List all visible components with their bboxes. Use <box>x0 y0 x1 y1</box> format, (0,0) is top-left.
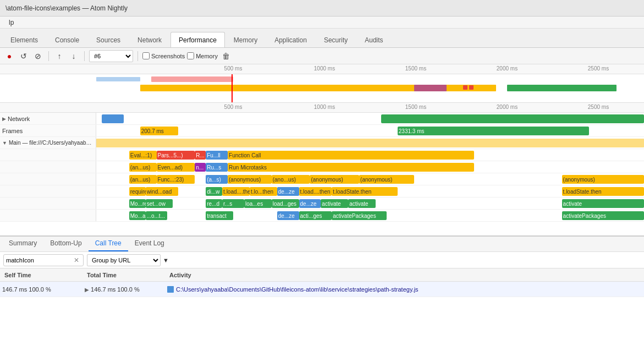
tab-call-tree[interactable]: Call Tree <box>89 236 128 251</box>
tab-console[interactable]: Console <box>47 32 87 47</box>
block-deze1[interactable]: de...ze <box>277 187 299 196</box>
block-func23[interactable]: Func...:23) <box>157 175 195 184</box>
menu-item-help[interactable]: lp <box>4 19 18 26</box>
table-row[interactable]: 146.7 ms 100.0 % ▶ 146.7 ms 100.0 % C:\U… <box>0 282 644 297</box>
group-by-dropdown-icon: ▼ <box>163 257 169 264</box>
block-run-microtasks[interactable]: Run Microtasks <box>228 163 474 172</box>
tab-bottom-up[interactable]: Bottom-Up <box>43 236 88 251</box>
flame-row-4: require wind...oad di...w t.load....then… <box>0 185 644 198</box>
block-activatePkgs2[interactable]: activatePackages <box>562 211 644 220</box>
tab-network[interactable]: Network <box>129 32 170 47</box>
tab-performance[interactable]: Performance <box>170 32 225 47</box>
trash-button[interactable]: 🗑 <box>220 51 232 62</box>
block-loaes[interactable]: loa...es <box>244 199 272 208</box>
flame-label-network[interactable]: ▶ Network <box>0 113 96 124</box>
block-red[interactable]: re...d <box>206 199 222 208</box>
block-transact[interactable]: transact <box>206 211 233 220</box>
block-deze2[interactable]: de...ze <box>299 199 321 208</box>
bottom-panel: Summary Bottom-Up Call Tree Event Log ✕ … <box>0 235 644 351</box>
flame-content-row6: Mo...ad ...o...t... transact de...ze act… <box>96 210 644 221</box>
flame-content-row4: require wind...oad di...w t.load....then… <box>96 185 644 197</box>
block-tloadstate2[interactable]: t.loadState.then <box>562 187 644 196</box>
block-more[interactable]: Mo...re <box>129 199 146 208</box>
block-windload[interactable]: wind...oad <box>146 187 179 196</box>
block-activate2[interactable]: activate <box>348 199 376 208</box>
tab-security[interactable]: Security <box>316 32 356 47</box>
block-rs[interactable]: r...s <box>222 199 244 208</box>
header-activity[interactable]: Activity <box>167 272 642 278</box>
block-deze3[interactable]: de...ze <box>277 211 299 220</box>
frames-block-1[interactable]: 200.7 ms <box>140 127 179 135</box>
block-anon3[interactable]: (anonymous) <box>310 175 359 184</box>
group-by-select[interactable]: Group by URL Group by Domain Group by Su… <box>87 254 161 266</box>
block-anus1[interactable]: (an...us) <box>129 163 157 172</box>
toolbar-separator-3 <box>137 51 138 61</box>
main-arrow: ▼ <box>2 140 7 146</box>
frames-block-2[interactable]: 2331.3 ms <box>398 127 590 135</box>
block-tload1[interactable]: t.load....then <box>222 187 250 196</box>
expand-arrow[interactable]: ▶ <box>85 287 89 293</box>
block-activatePkgs1[interactable]: activatePackages <box>332 211 387 220</box>
block-moad[interactable]: Mo...ad <box>129 211 146 220</box>
block-full[interactable]: Fu...ll <box>206 151 228 160</box>
screenshots-checkbox-label: Screenshots <box>142 52 185 59</box>
block-tlo[interactable]: t.lo...then <box>250 187 277 196</box>
block-setow[interactable]: set...ow <box>146 199 173 208</box>
block-eval[interactable]: Eval...:1) <box>129 151 157 160</box>
block-activate3[interactable]: activate <box>562 199 644 208</box>
header-total-time[interactable]: Total Time <box>85 272 167 278</box>
block-tloadstate1[interactable]: t.loadState.then <box>332 187 398 196</box>
block-diw[interactable]: di...w <box>206 187 222 196</box>
flame-content-frames: 200.7 ms 2331.3 ms <box>96 125 644 136</box>
profile-select[interactable]: #6 <box>89 50 133 62</box>
block-even[interactable]: Even...ad) <box>157 163 195 172</box>
overview-ruler[interactable]: 500 ms 1000 ms 1500 ms 2000 ms 2500 ms <box>0 64 644 103</box>
flame-content-row5: Mo...re set...ow re...d r...s loa...es l… <box>96 198 644 209</box>
network-label-text: Network <box>8 116 30 122</box>
clear-button[interactable]: ⊘ <box>32 50 44 62</box>
refresh-record-button[interactable]: ↺ <box>18 50 30 62</box>
record-button[interactable]: ● <box>3 50 15 62</box>
search-clear-button[interactable]: ✕ <box>72 256 81 265</box>
block-anon5[interactable]: (anonymous) <box>562 175 644 184</box>
tab-elements[interactable]: Elements <box>2 32 46 47</box>
tab-event-log[interactable]: Event Log <box>128 236 171 251</box>
tab-application[interactable]: Application <box>266 32 315 47</box>
network-block-1[interactable] <box>102 114 124 123</box>
block-function-call[interactable]: Function Call <box>228 151 474 160</box>
block-tload2[interactable]: t.load....then <box>299 187 332 196</box>
call-tree-header: Self Time Total Time Activity <box>0 268 644 282</box>
header-self-time[interactable]: Self Time <box>2 272 85 278</box>
block-ru[interactable]: Ru...s <box>206 163 228 172</box>
tick-1500: 1500 ms <box>370 64 461 74</box>
tab-sources[interactable]: Sources <box>88 32 129 47</box>
block-anon4[interactable]: (anonymous) <box>359 175 414 184</box>
screenshots-label: Screenshots <box>151 53 185 59</box>
block-anon2[interactable]: (ano...us) <box>272 175 310 184</box>
memory-checkbox[interactable] <box>187 52 194 59</box>
block-loadges[interactable]: load...ges <box>272 199 299 208</box>
tab-memory[interactable]: Memory <box>225 32 266 47</box>
block-anus2[interactable]: (an...us) <box>129 175 157 184</box>
upload-button[interactable]: ↑ <box>53 50 65 62</box>
block-n[interactable]: n... <box>195 163 206 172</box>
tab-audits[interactable]: Audits <box>356 32 391 47</box>
download-button[interactable]: ↓ <box>68 50 80 62</box>
memory-checkbox-label: Memory <box>187 52 218 59</box>
screenshots-checkbox[interactable] <box>142 52 150 59</box>
network-block-2[interactable] <box>381 114 644 123</box>
block-r1[interactable]: R... <box>195 151 206 160</box>
block-activate1[interactable]: activate <box>321 199 348 208</box>
flame-tick-1500: 1500 ms <box>370 103 461 112</box>
block-require[interactable]: require <box>129 187 146 196</box>
tab-summary[interactable]: Summary <box>2 236 43 251</box>
block-pars[interactable]: Pars...5...) <box>157 151 195 160</box>
search-input[interactable] <box>6 257 72 264</box>
memory-label: Memory <box>196 53 218 59</box>
flame-row-5: Mo...re set...ow re...d r...s loa...es l… <box>0 198 644 210</box>
flame-label-main[interactable]: ▼ Main — file:///C:/Users/yahyaaba/AppDa… <box>0 137 96 149</box>
block-actiggs[interactable]: acti...ges <box>299 211 332 220</box>
block-dots[interactable]: ...o...t... <box>146 211 168 220</box>
block-anon1[interactable]: (anonymous) <box>228 175 272 184</box>
block-as[interactable]: (a...s) <box>206 175 228 184</box>
